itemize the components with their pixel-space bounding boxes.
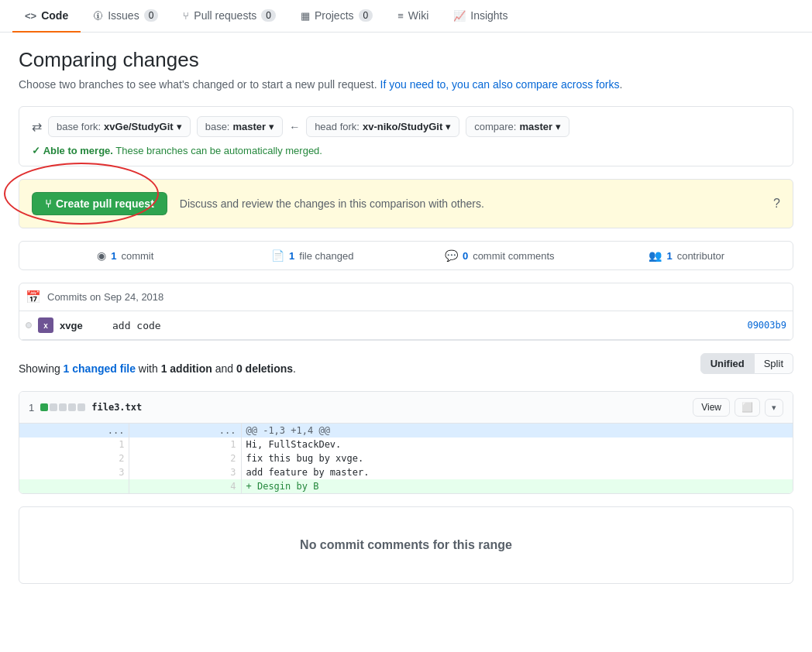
split-view-button[interactable]: Split [755, 353, 793, 374]
compare-arrows-icon: ⇄ [32, 119, 42, 134]
stats-row: ◉ 1 commit 📄 1 file changed 💬 0 commit c… [19, 241, 793, 270]
page-subtitle: Choose two branches to see what's change… [19, 78, 793, 91]
diff-line-4-added: 4 + Desgin by B [19, 479, 793, 493]
commits-link[interactable]: 1 [111, 250, 116, 262]
view-toggle: Unified Split [700, 353, 793, 374]
commits-stat: ◉ 1 commit [32, 249, 219, 262]
tab-projects[interactable]: ▦ Projects 0 [288, 0, 385, 33]
contributors-stat: 👥 1 contributor [594, 249, 781, 262]
diff-line-1: 1 1 Hi, FullStackDev. [19, 438, 793, 451]
page-title: Comparing changes [19, 48, 793, 72]
diff-file-header: 1 file3.txt View ⬜ ▾ [19, 392, 793, 424]
tab-pull-requests[interactable]: ⑂ Pull requests 0 [170, 0, 288, 33]
file-icon: 📄 [271, 249, 284, 262]
showing-row: Showing 1 changed file with 1 addition a… [19, 353, 793, 383]
commit-dot-icon [26, 322, 32, 328]
contributors-icon: 👥 [649, 249, 662, 262]
changed-files-link[interactable]: 1 changed file [64, 362, 136, 375]
diff-line-3: 3 3 add feature by master. [19, 465, 793, 479]
projects-icon: ▦ [301, 10, 310, 22]
diff-file-info: 1 file3.txt [29, 402, 142, 414]
diff-context-header: ... ... @@ -1,3 +1,4 @@ [19, 424, 793, 438]
diff-block-gray-4 [77, 403, 85, 411]
showing-text: Showing 1 changed file with 1 addition a… [19, 362, 296, 375]
file-diff: 1 file3.txt View ⬜ ▾ [19, 391, 793, 494]
nav-tabs: <> Code 🛈 Issues 0 ⑂ Pull requests 0 ▦ P… [0, 0, 812, 33]
diff-line-2: 2 2 fix this bug by xvge. [19, 451, 793, 465]
issues-icon: 🛈 [93, 10, 103, 22]
base-branch-selector[interactable]: base: master ▾ [197, 116, 283, 137]
contributors-link[interactable]: 1 [666, 250, 672, 262]
compare-bar: ⇄ base fork: xvGe/StudyGit ▾ base: maste… [19, 106, 793, 166]
files-link[interactable]: 1 [289, 250, 294, 262]
diff-section-wrapper: Showing 1 changed file with 1 addition a… [19, 353, 793, 494]
no-comments-section: No commit comments for this range [19, 506, 793, 584]
create-pr-section: ⑂ Create pull request Discuss and review… [19, 179, 793, 228]
commits-section: 📅 Commits on Sep 24, 2018 x xvge add cod… [19, 283, 793, 341]
diff-table: ... ... @@ -1,3 +1,4 @@ 1 1 Hi, FullStac… [19, 424, 793, 493]
avatar: x [38, 317, 53, 333]
head-fork-selector[interactable]: head fork: xv-niko/StudyGit ▾ [306, 116, 459, 137]
base-fork-selector[interactable]: base fork: xvGe/StudyGit ▾ [48, 116, 191, 137]
commits-header: 📅 Commits on Sep 24, 2018 [19, 283, 793, 311]
insights-icon: 📈 [453, 10, 466, 22]
code-icon: <> [25, 10, 36, 22]
tab-insights[interactable]: 📈 Insights [441, 0, 520, 33]
diff-file-blocks [40, 403, 85, 411]
files-stat: 📄 1 file changed [219, 249, 407, 262]
diff-block-gray-3 [68, 403, 76, 411]
collapse-button[interactable]: ▾ [765, 399, 783, 417]
help-icon[interactable]: ? [773, 197, 780, 211]
comments-link[interactable]: 0 [463, 250, 468, 262]
comments-stat: 💬 0 commit comments [406, 249, 594, 262]
commit-icon: ◉ [97, 249, 106, 262]
display-mode-button[interactable]: ⬜ [735, 398, 760, 417]
tab-wiki[interactable]: ≡ Wiki [385, 0, 441, 33]
tab-issues[interactable]: 🛈 Issues 0 [81, 0, 170, 33]
compare-forks-link[interactable]: If you need to, you can also compare acr… [380, 78, 620, 91]
diff-block-green [40, 403, 48, 411]
direction-arrow-icon: ← [289, 121, 300, 133]
calendar-icon: 📅 [26, 290, 41, 304]
commit-row: x xvge add code 09003b9 [19, 311, 793, 340]
commit-hash-link[interactable]: 09003b9 [747, 320, 786, 331]
compare-branch-selector[interactable]: compare: master ▾ [466, 116, 569, 137]
view-file-button[interactable]: View [693, 398, 730, 417]
diff-block-gray-1 [50, 403, 57, 411]
create-pr-description: Discuss and review the changes in this c… [180, 197, 484, 210]
comment-icon: 💬 [445, 249, 458, 262]
pr-icon: ⑂ [45, 197, 51, 210]
pull-request-icon: ⑂ [183, 10, 189, 22]
diff-actions: View ⬜ ▾ [693, 398, 783, 417]
merge-status: ✓ Able to merge. These branches can be a… [32, 145, 780, 156]
wiki-icon: ≡ [397, 10, 404, 22]
diff-block-gray-2 [59, 403, 67, 411]
tab-code[interactable]: <> Code [12, 0, 81, 33]
unified-view-button[interactable]: Unified [700, 353, 755, 374]
create-pull-request-button[interactable]: ⑂ Create pull request [32, 192, 167, 215]
